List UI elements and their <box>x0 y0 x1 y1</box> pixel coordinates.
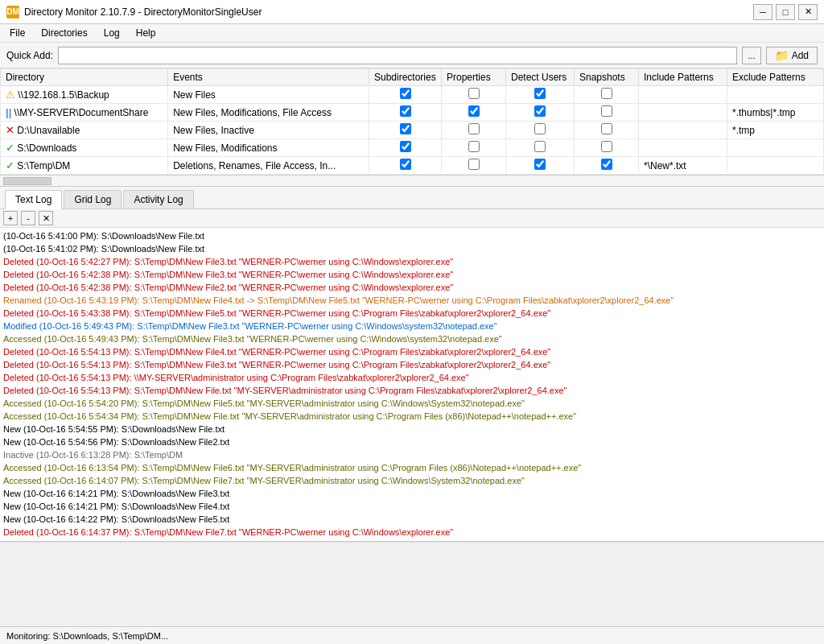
cell-props[interactable] <box>442 86 506 104</box>
col-header-snapshots[interactable]: Snapshots <box>575 69 639 86</box>
log-line: Accessed (10-Oct-16 6:14:07 PM): S:\Temp… <box>3 474 821 487</box>
log-line: Deleted (10-Oct-16 6:14:37 PM): S:\Temp\… <box>3 526 821 539</box>
log-line: Modified (10-Oct-16 5:49:43 PM): S:\Temp… <box>3 320 821 332</box>
tab-text-log[interactable]: Text Log <box>5 190 62 209</box>
tabs-bar: Text Log Grid Log Activity Log <box>0 187 824 209</box>
cell-directory: ⚠ \\192.168.1.5\Backup <box>1 86 168 104</box>
table-row[interactable]: ✓ S:\Downloads New Files, Modifications <box>1 139 824 157</box>
table-row[interactable]: ⚠ \\192.168.1.5\Backup New Files <box>1 86 824 104</box>
log-line: Deleted (10-Oct-16 5:54:13 PM): S:\Temp\… <box>3 345 821 358</box>
log-line: Deleted (10-Oct-16 5:54:13 PM): S:\Temp\… <box>3 384 821 397</box>
tab-activity-log[interactable]: Activity Log <box>123 190 193 208</box>
log-line: (10-Oct-16 5:41:02 PM): S:\Downloads\New… <box>3 242 821 255</box>
scrollbar-thumb[interactable] <box>3 177 52 185</box>
error-icon: ✕ <box>6 124 14 136</box>
cell-detect[interactable] <box>506 104 575 122</box>
ok-icon: ✓ <box>6 142 14 154</box>
cell-snap[interactable] <box>575 86 639 104</box>
window-controls: ─ □ ✕ <box>753 4 818 20</box>
title-bar: DM Directory Monitor 2.10.7.9 - Director… <box>0 0 824 24</box>
col-header-exclude-patterns[interactable]: Exclude Patterns <box>727 69 824 86</box>
log-line: Deleted (10-Oct-16 5:54:13 PM): \\MY-SER… <box>3 371 821 384</box>
active-icon: || <box>6 106 11 118</box>
cell-props[interactable] <box>442 104 506 122</box>
cell-props[interactable] <box>442 139 506 157</box>
log-line: New (10-Oct-16 6:14:21 PM): S:\Downloads… <box>3 500 821 513</box>
log-line: Deleted (10-Oct-16 5:42:38 PM): S:\Temp\… <box>3 281 821 294</box>
cell-directory: ✕ D:\Unavailable <box>1 122 168 139</box>
log-clear-button[interactable]: ✕ <box>39 211 53 225</box>
log-plus-button[interactable]: + <box>3 211 18 225</box>
log-line: Deleted (10-Oct-16 6:14:37 PM): S:\Temp\… <box>3 539 821 542</box>
quick-add-input[interactable] <box>58 47 737 64</box>
table-row[interactable]: ✓ S:\Temp\DM Deletions, Renames, File Ac… <box>1 157 824 175</box>
col-header-directory[interactable]: Directory <box>1 69 168 86</box>
cell-events: Deletions, Renames, File Access, In... <box>168 157 369 175</box>
menu-log[interactable]: Log <box>97 26 126 40</box>
window-title: Directory Monitor 2.10.7.9 - DirectoryMo… <box>24 6 262 18</box>
col-header-subdirectories[interactable]: Subdirectories <box>369 69 442 86</box>
maximize-button[interactable]: □ <box>776 4 795 20</box>
cell-exc-pattern <box>727 157 824 175</box>
log-line: Accessed (10-Oct-16 6:13:54 PM): S:\Temp… <box>3 461 821 474</box>
directory-table: Directory Events Subdirectories Properti… <box>0 68 824 175</box>
log-minus-button[interactable]: - <box>21 211 35 225</box>
col-header-properties[interactable]: Properties <box>442 69 506 86</box>
cell-inc-pattern: *\New*.txt <box>639 157 727 175</box>
cell-props[interactable] <box>442 157 506 175</box>
col-header-events[interactable]: Events <box>168 69 369 86</box>
cell-snap[interactable] <box>575 104 639 122</box>
cell-props[interactable] <box>442 122 506 139</box>
cell-events: New Files, Inactive <box>168 122 369 139</box>
close-button[interactable]: ✕ <box>798 4 818 20</box>
log-line: Renamed (10-Oct-16 5:43:19 PM): S:\Temp\… <box>3 294 821 307</box>
log-line: Accessed (10-Oct-16 5:54:34 PM): S:\Temp… <box>3 410 821 423</box>
cell-snap[interactable] <box>575 122 639 139</box>
log-line: Deleted (10-Oct-16 5:42:38 PM): S:\Temp\… <box>3 268 821 281</box>
minimize-button[interactable]: ─ <box>753 4 772 20</box>
cell-subdirs[interactable] <box>369 104 442 122</box>
cell-inc-pattern <box>639 122 727 139</box>
folder-icon: 📁 <box>775 49 789 62</box>
table-row[interactable]: ✕ D:\Unavailable New Files, Inactive *.t… <box>1 122 824 139</box>
cell-subdirs[interactable] <box>369 122 442 139</box>
cell-detect[interactable] <box>506 122 575 139</box>
table-row[interactable]: || \\MY-SERVER\DocumentShare New Files, … <box>1 104 824 122</box>
col-header-include-patterns[interactable]: Include Patterns <box>639 69 727 86</box>
log-line: New (10-Oct-16 6:14:21 PM): S:\Downloads… <box>3 487 821 500</box>
warning-icon: ⚠ <box>6 89 15 101</box>
cell-exc-pattern <box>727 139 824 157</box>
cell-inc-pattern <box>639 139 727 157</box>
col-header-detect-users[interactable]: Detect Users <box>506 69 575 86</box>
cell-detect[interactable] <box>506 86 575 104</box>
app-icon: DM <box>6 6 19 19</box>
log-line: New (10-Oct-16 5:54:56 PM): S:\Downloads… <box>3 436 821 448</box>
menu-file[interactable]: File <box>3 26 31 40</box>
cell-snap[interactable] <box>575 139 639 157</box>
log-line: Deleted (10-Oct-16 5:54:13 PM): S:\Temp\… <box>3 358 821 371</box>
log-line: Accessed (10-Oct-16 5:49:43 PM): S:\Temp… <box>3 332 821 345</box>
browse-button[interactable]: ... <box>742 47 760 64</box>
cell-events: New Files <box>168 86 369 104</box>
cell-events: New Files, Modifications, File Access <box>168 104 369 122</box>
cell-detect[interactable] <box>506 139 575 157</box>
cell-inc-pattern <box>639 104 727 122</box>
cell-subdirs[interactable] <box>369 157 442 175</box>
log-line: (10-Oct-16 5:41:00 PM): S:\Downloads\New… <box>3 229 821 242</box>
cell-exc-pattern: *.thumbs|*.tmp <box>727 104 824 122</box>
cell-detect[interactable] <box>506 157 575 175</box>
menu-directories[interactable]: Directories <box>35 26 93 40</box>
cell-subdirs[interactable] <box>369 86 442 104</box>
add-button[interactable]: 📁 Add <box>766 47 818 64</box>
cell-subdirs[interactable] <box>369 139 442 157</box>
ok-icon: ✓ <box>6 159 14 171</box>
cell-snap[interactable] <box>575 157 639 175</box>
directory-table-container: Directory Events Subdirectories Properti… <box>0 68 824 175</box>
log-toolbar: + - ✕ <box>0 209 824 228</box>
quick-add-label: Quick Add: <box>6 50 53 61</box>
cell-inc-pattern <box>639 86 727 104</box>
menu-help[interactable]: Help <box>130 26 163 40</box>
tab-grid-log[interactable]: Grid Log <box>64 190 122 208</box>
log-container[interactable]: (10-Oct-16 5:41:00 PM): S:\Downloads\New… <box>0 228 824 542</box>
horizontal-scrollbar[interactable] <box>0 175 824 187</box>
